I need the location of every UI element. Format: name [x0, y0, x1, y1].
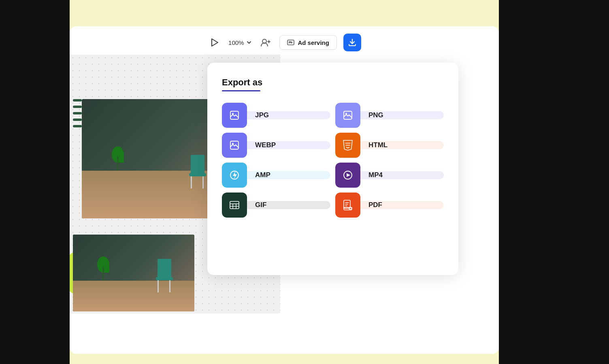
chevron-down-icon: [246, 40, 252, 45]
amp-label: AMP: [247, 171, 330, 179]
right-sidebar: [499, 0, 609, 364]
ad-serving-button[interactable]: Ad serving: [279, 35, 337, 50]
export-item-html[interactable]: HTML: [335, 133, 444, 158]
add-user-button[interactable]: [258, 35, 273, 50]
webp-icon: [222, 133, 247, 158]
export-item-jpg[interactable]: JPG: [222, 103, 330, 128]
export-item-mp4[interactable]: MP4: [335, 163, 444, 188]
mp4-label: MP4: [360, 171, 444, 179]
export-grid: JPG PNG WEBP: [222, 103, 444, 218]
download-icon: [348, 38, 357, 47]
export-panel: Export as JPG PNG: [207, 63, 458, 275]
sidebar-decoration-top: [73, 99, 82, 127]
amp-icon: [222, 163, 247, 188]
png-icon: [335, 103, 360, 128]
jpg-label: JPG: [247, 111, 330, 119]
ad-serving-label: Ad serving: [298, 39, 329, 46]
play-icon: [211, 38, 219, 47]
toolbar: 100% Ad serving: [70, 30, 499, 55]
export-title-underline: [222, 90, 260, 91]
png-label: PNG: [360, 111, 444, 119]
zoom-selector[interactable]: 100%: [228, 39, 252, 46]
mp4-icon: [335, 163, 360, 188]
html-icon: [335, 133, 360, 158]
play-button[interactable]: [207, 35, 222, 50]
ad-serving-icon: [287, 39, 294, 46]
gif-icon: [222, 193, 247, 218]
svg-rect-12: [230, 201, 239, 209]
jpg-icon: [222, 103, 247, 128]
zoom-value: 100%: [228, 39, 244, 46]
design-panel-bottom: [73, 235, 194, 311]
webp-label: WEBP: [247, 141, 330, 149]
export-item-gif[interactable]: GIF: [222, 193, 330, 218]
gif-label: GIF: [247, 201, 330, 209]
html-label: HTML: [360, 141, 444, 149]
download-button[interactable]: [343, 34, 361, 51]
pdf-icon: [335, 193, 360, 218]
export-item-pdf[interactable]: PDF: [335, 193, 444, 218]
pdf-label: PDF: [360, 201, 444, 209]
add-user-icon: [260, 38, 271, 47]
export-item-amp[interactable]: AMP: [222, 163, 330, 188]
left-sidebar: [0, 0, 70, 364]
export-title: Export as: [222, 77, 444, 88]
export-item-png[interactable]: PNG: [335, 103, 444, 128]
export-item-webp[interactable]: WEBP: [222, 133, 330, 158]
